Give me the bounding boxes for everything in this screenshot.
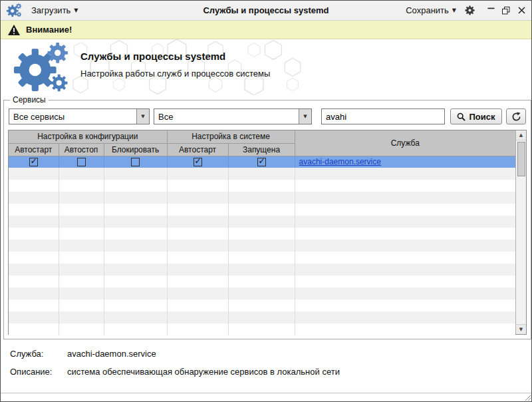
chevron-down-icon[interactable]: ▼ [136,109,149,124]
services-groupbox: Сервисы Все сервисы ▼ Все ▼ Поиск [3,95,531,339]
load-menu-button[interactable]: Загрузить ▼ [31,5,78,15]
services-legend: Сервисы [10,95,49,104]
chevron-down-icon[interactable]: ▼ [299,109,311,124]
header-config-group: Настройка в конфигурации [9,130,167,143]
refresh-icon [511,112,521,122]
empty-row [9,276,515,288]
empty-row [9,228,515,240]
service-filter-select[interactable]: Все сервисы ▼ [9,108,150,124]
banner-subtitle: Настройка работы служб и процессов систе… [80,69,270,79]
autostart-config-checkbox[interactable] [29,158,38,166]
save-menu-label: Сохранить [406,5,449,15]
description-detail-value: система обеспечивающая обнаружение серви… [67,367,340,377]
warning-triangle-icon [7,24,21,36]
running-checkbox[interactable] [257,158,266,166]
empty-row [9,323,515,335]
scroll-down-button[interactable]: ▼ [516,324,526,334]
settings-gear-icon[interactable] [464,5,475,16]
header-block[interactable]: Блокировать [104,143,167,156]
app-icon [6,3,22,17]
header-autostart-config[interactable]: Автостарт [9,143,59,156]
empty-row [9,311,515,323]
empty-row [9,240,515,252]
empty-row [9,300,515,311]
save-menu-button[interactable]: Сохранить ▼ [406,5,456,15]
search-button-label: Поиск [469,112,495,122]
banner: Службы и процессы systemd Настройка рабо… [1,39,531,95]
state-filter-value: Все [154,109,299,124]
refresh-button[interactable] [506,108,526,124]
header-autostart-system[interactable]: Автостарт [167,143,228,156]
chevron-down-icon: ▼ [452,8,456,13]
search-button[interactable]: Поиск [450,108,502,124]
filter-toolbar: Все сервисы ▼ Все ▼ Поиск [9,108,526,124]
autostart-system-checkbox[interactable] [194,158,202,166]
service-link[interactable]: avachi-daemon.service [299,157,381,166]
titlebar: Загрузить ▼ Службы и процессы systemd Со… [1,1,531,21]
minimize-button[interactable] [486,6,495,15]
maximize-button[interactable] [501,6,511,15]
services-table: Настройка в конфигурации Настройка в сис… [8,130,527,335]
empty-row [9,192,515,204]
scrollbar-thumb[interactable] [517,142,525,176]
status-bar [1,393,531,401]
resize-grip[interactable] [523,393,531,401]
chevron-down-icon: ▼ [74,8,78,13]
warning-bar: Внимание! [1,21,531,39]
service-filter-value: Все сервисы [9,109,136,124]
empty-row [9,216,515,228]
close-button[interactable] [517,6,526,15]
service-row-selected[interactable]: avachi-daemon.service [9,156,515,168]
autostop-checkbox[interactable] [77,158,86,166]
block-checkbox[interactable] [131,158,140,166]
service-detail-value: avachi-daemon.service [67,349,156,359]
details-panel: Служба: avachi-daemon.service Описание: … [1,339,531,385]
search-input[interactable] [321,108,445,124]
scroll-up-button[interactable]: ▲ [516,130,526,140]
window-controls [486,6,526,15]
header-autostop[interactable]: Автостоп [59,143,104,156]
header-running[interactable]: Запущена [228,143,295,156]
search-icon [457,112,466,121]
header-service[interactable]: Служба [295,130,515,156]
empty-row [9,288,515,300]
state-filter-select[interactable]: Все ▼ [154,108,312,124]
services-table-body: avachi-daemon.service [9,156,515,335]
empty-row [9,180,515,192]
empty-row [9,264,515,276]
vertical-scrollbar[interactable]: ▲ ▼ [515,130,526,334]
gears-logo [10,43,71,93]
empty-row [9,204,515,216]
empty-row [9,252,515,264]
app-window: Загрузить ▼ Службы и процессы systemd Со… [0,0,532,402]
warning-text: Внимание! [26,25,72,35]
empty-row [9,168,515,180]
description-detail-label: Описание: [10,367,67,377]
service-detail-label: Служба: [10,349,67,359]
banner-title: Службы и процессы systemd [80,51,270,62]
header-system-group: Настройка в системе [167,130,295,143]
load-menu-label: Загрузить [31,5,70,15]
